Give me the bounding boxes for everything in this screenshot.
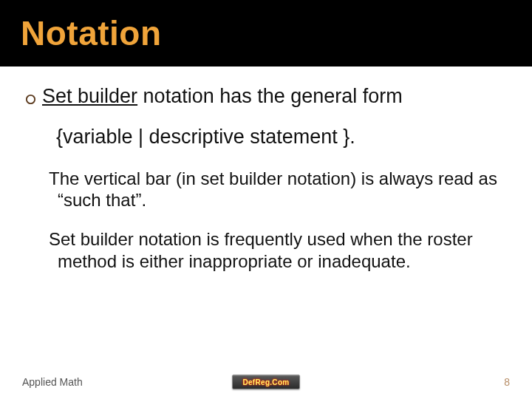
page-number: 8	[504, 376, 510, 388]
bullet-item: Set builder notation has the general for…	[25, 84, 501, 109]
footer-left-label: Applied Math	[22, 376, 83, 388]
slide-footer: Applied Math DefReg.Com 8	[0, 372, 532, 392]
paragraph-usage: Set builder notation is frequently used …	[37, 228, 501, 272]
footer-logo-wrap: DefReg.Com	[232, 375, 300, 389]
paragraph-such-that: The vertical bar (in set builder notatio…	[37, 168, 501, 211]
set-builder-formula: {variable | descriptive statement }.	[56, 126, 501, 149]
bullet-text: Set builder notation has the general for…	[42, 84, 403, 109]
logo-badge: DefReg.Com	[232, 375, 300, 389]
svg-point-0	[27, 95, 35, 103]
page-title: Notation	[21, 13, 162, 53]
content-area: Set builder notation has the general for…	[0, 66, 532, 272]
bullet-rest: notation has the general form	[137, 85, 403, 107]
circle-bullet-icon	[25, 94, 36, 105]
bullet-lead-underlined: Set builder	[42, 85, 137, 107]
title-band: Notation	[0, 0, 532, 66]
logo-text: DefReg.Com	[242, 378, 289, 386]
